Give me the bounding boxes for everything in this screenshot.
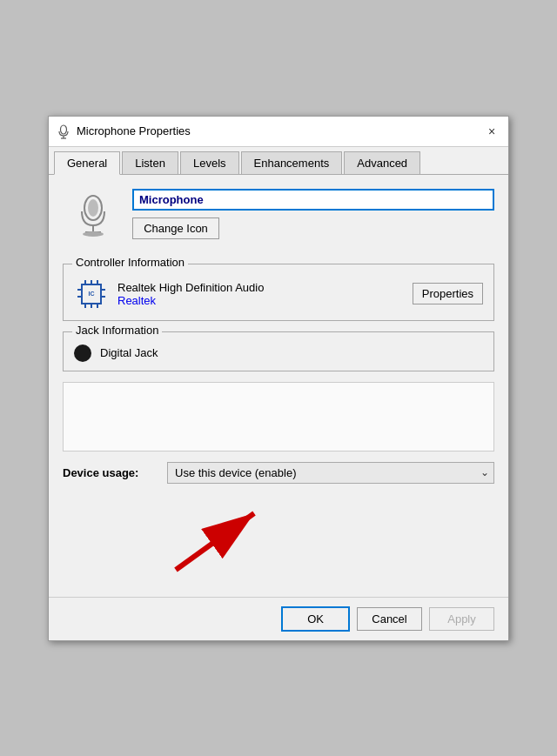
ok-button[interactable]: OK [281,606,350,632]
svg-point-4 [88,199,98,217]
titlebar-icon [56,124,71,139]
dialog-window: Microphone Properties × General Listen L… [48,116,509,641]
jack-legend: Jack Information [72,324,162,337]
controller-info-section: Controller Information [63,264,494,321]
titlebar: Microphone Properties × [49,117,508,147]
tab-bar: General Listen Levels Enhancements Advan… [49,147,508,175]
svg-point-7 [83,231,104,237]
change-icon-button[interactable]: Change Icon [132,217,219,239]
controller-info: Realtek High Definition Audio Realtek [117,281,404,307]
controller-legend: Controller Information [72,256,188,269]
device-name-section: Change Icon [132,189,494,239]
device-usage-row: Device usage: Use this device (enable) D… [63,462,494,484]
empty-panel [63,382,494,452]
jack-dot-icon [74,345,91,362]
svg-point-0 [61,125,67,134]
window-title: Microphone Properties [77,124,482,137]
tab-advanced[interactable]: Advanced [344,151,420,175]
device-name-input[interactable] [132,189,494,211]
cancel-button[interactable]: Cancel [357,607,422,631]
jack-type-label: Digital Jack [100,346,158,359]
device-header: Change Icon [63,189,494,250]
properties-button[interactable]: Properties [413,283,483,304]
controller-name: Realtek High Definition Audio [117,281,404,294]
tab-enhancements[interactable]: Enhancements [241,151,343,175]
device-usage-select-wrapper: Use this device (enable) Don't use this … [167,462,494,484]
jack-row: Digital Jack [74,345,483,362]
controller-link[interactable]: Realtek [117,294,156,307]
apply-button: Apply [429,607,494,631]
arrow-annotation [63,496,494,574]
device-icon [63,189,124,250]
tab-content-general: Change Icon Controller Information [49,175,508,597]
tab-general[interactable]: General [54,151,120,175]
tab-listen[interactable]: Listen [122,151,178,175]
tab-levels[interactable]: Levels [180,151,239,175]
svg-line-21 [176,513,254,570]
device-usage-label: Device usage: [63,466,167,479]
svg-text:IC: IC [89,291,95,297]
jack-info-section: Jack Information Digital Jack [63,331,494,371]
device-usage-select[interactable]: Use this device (enable) Don't use this … [167,462,494,484]
controller-icon: IC [74,277,109,311]
controller-row: IC Realtek High Definition Audio Realtek… [74,277,483,311]
close-button[interactable]: × [482,122,501,141]
bottom-bar: OK Cancel Apply [49,597,508,640]
red-arrow-icon [150,496,306,574]
